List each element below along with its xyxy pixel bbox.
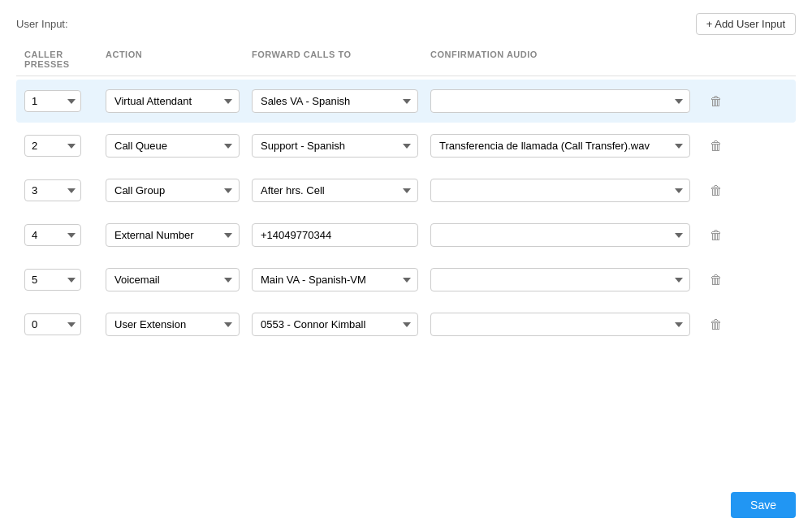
caller-presses-select-1[interactable]: 1 2 3 4 5 0 [24,90,81,112]
action-cell-0: Virtual Attendant Call Queue Call Group … [106,313,252,336]
caller-presses-select-0[interactable]: 1 2 3 4 5 0 [24,313,81,335]
col-delete [706,50,747,69]
delete-button-4[interactable]: 🗑 [706,225,726,246]
caller-presses-cell-5: 1 2 3 4 5 0 [24,269,106,291]
table-row: 1 2 3 4 5 0 Virtual Attendant Call Queue… [16,214,796,257]
trash-icon: 🗑 [710,273,723,287]
forward-cell-0: 0553 - Connor Kimball [252,313,430,336]
save-button[interactable]: Save [731,492,796,518]
trash-icon: 🗑 [710,183,723,198]
confirmation-select-0[interactable] [430,313,690,336]
table-row: 1 2 3 4 5 0 Virtual Attendant Call Queue… [16,169,796,212]
forward-select-1[interactable]: Sales VA - Spanish [252,89,418,113]
forward-cell-5: Main VA - Spanish-VM [252,268,430,291]
action-select-1[interactable]: Virtual Attendant Call Queue Call Group … [106,89,240,113]
confirmation-select-4[interactable] [430,223,690,247]
table-row: 1 2 3 4 5 0 Virtual Attendant Call Queue… [16,258,796,301]
user-input-label: User Input: [16,18,68,30]
add-user-input-button[interactable]: + Add User Input [696,13,796,35]
action-select-5[interactable]: Virtual Attendant Call Queue Call Group … [106,268,240,291]
table-header: CALLER PRESSES ACTION FORWARD CALLS TO C… [16,50,796,76]
trash-icon: 🗑 [710,94,723,109]
delete-cell-5: 🗑 [706,270,747,291]
rows-container: 1 2 3 4 5 0 Virtual Attendant Call Queue… [16,80,796,482]
forward-cell-4 [252,223,430,247]
delete-cell-4: 🗑 [706,225,747,246]
confirmation-cell-0 [430,313,706,336]
confirmation-cell-4 [430,223,706,247]
confirmation-select-5[interactable] [430,268,690,291]
trash-icon: 🗑 [710,139,723,153]
caller-presses-select-2[interactable]: 1 2 3 4 5 0 [24,135,81,157]
delete-cell-1: 🗑 [706,91,747,112]
action-select-2[interactable]: Virtual Attendant Call Queue Call Group … [106,134,240,158]
action-select-4[interactable]: Virtual Attendant Call Queue Call Group … [106,223,240,247]
forward-select-5[interactable]: Main VA - Spanish-VM [252,268,418,291]
confirmation-cell-5 [430,268,706,291]
delete-button-2[interactable]: 🗑 [706,136,726,157]
action-select-0[interactable]: Virtual Attendant Call Queue Call Group … [106,313,240,336]
caller-presses-select-5[interactable]: 1 2 3 4 5 0 [24,269,81,291]
action-cell-3: Virtual Attendant Call Queue Call Group … [106,179,252,202]
forward-select-0[interactable]: 0553 - Connor Kimball [252,313,418,336]
confirmation-cell-1 [430,89,706,113]
caller-presses-select-4[interactable]: 1 2 3 4 5 0 [24,224,81,246]
forward-input-4[interactable] [252,223,418,247]
delete-cell-0: 🗑 [706,314,747,335]
forward-cell-2: Support - Spanish [252,134,430,158]
delete-button-5[interactable]: 🗑 [706,270,726,291]
delete-cell-3: 🗑 [706,180,747,201]
col-forward-calls-to: FORWARD CALLS TO [252,50,430,69]
confirmation-cell-3 [430,179,706,202]
action-select-3[interactable]: Virtual Attendant Call Queue Call Group … [106,179,240,202]
confirmation-select-2[interactable]: Transferencia de llamada (Call Transfer)… [430,134,690,158]
delete-button-0[interactable]: 🗑 [706,314,726,335]
bottom-bar: Save [16,482,796,518]
delete-button-1[interactable]: 🗑 [706,91,726,112]
delete-cell-2: 🗑 [706,136,747,157]
col-confirmation-audio: CONFIRMATION AUDIO [430,50,706,69]
delete-button-3[interactable]: 🗑 [706,180,726,201]
table-row: 1 2 3 4 5 0 Virtual Attendant Call Queue… [16,303,796,346]
caller-presses-cell-3: 1 2 3 4 5 0 [24,179,106,201]
caller-presses-cell-2: 1 2 3 4 5 0 [24,135,106,157]
caller-presses-cell-4: 1 2 3 4 5 0 [24,224,106,246]
forward-cell-1: Sales VA - Spanish [252,89,430,113]
caller-presses-cell-0: 1 2 3 4 5 0 [24,313,106,335]
col-action: ACTION [106,50,252,69]
forward-select-3[interactable]: After hrs. Cell [252,179,418,202]
forward-select-2[interactable]: Support - Spanish [252,134,418,158]
trash-icon: 🗑 [710,228,723,243]
caller-presses-cell-1: 1 2 3 4 5 0 [24,90,106,112]
action-cell-4: Virtual Attendant Call Queue Call Group … [106,223,252,247]
caller-presses-select-3[interactable]: 1 2 3 4 5 0 [24,179,81,201]
confirmation-select-1[interactable] [430,89,690,113]
action-cell-2: Virtual Attendant Call Queue Call Group … [106,134,252,158]
action-cell-1: Virtual Attendant Call Queue Call Group … [106,89,252,113]
page-container: User Input: + Add User Input CALLER PRES… [0,0,812,531]
table-row: 1 2 3 4 5 0 Virtual Attendant Call Queue… [16,124,796,167]
trash-icon: 🗑 [710,317,723,332]
forward-cell-3: After hrs. Cell [252,179,430,202]
confirmation-select-3[interactable] [430,179,690,202]
col-caller-presses: CALLER PRESSES [24,50,106,69]
top-bar: User Input: + Add User Input [16,13,796,35]
table-row: 1 2 3 4 5 0 Virtual Attendant Call Queue… [16,80,796,123]
confirmation-cell-2: Transferencia de llamada (Call Transfer)… [430,134,706,158]
action-cell-5: Virtual Attendant Call Queue Call Group … [106,268,252,291]
